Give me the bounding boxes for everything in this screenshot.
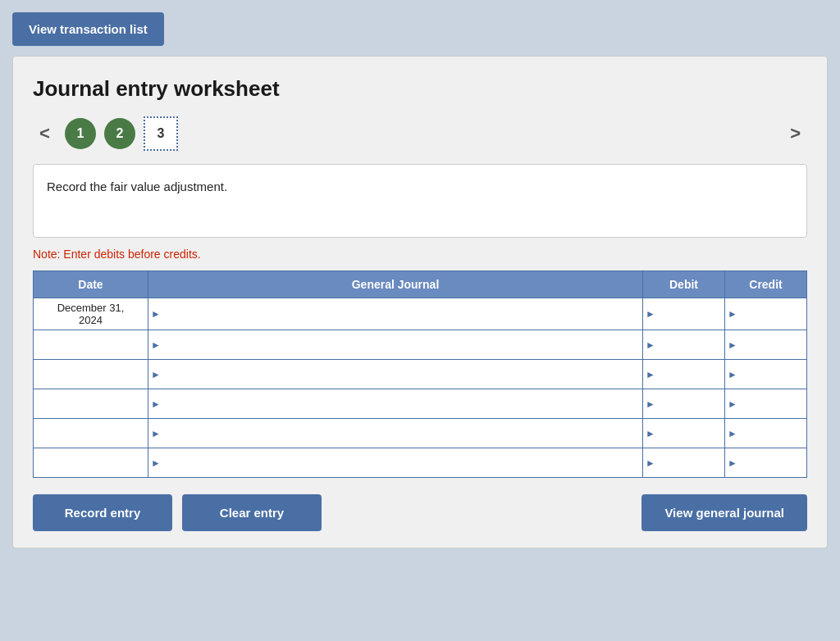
table-row: ► ► ► bbox=[34, 419, 807, 448]
header-credit: Credit bbox=[725, 271, 807, 298]
cell-arrow-icon: ► bbox=[646, 398, 655, 410]
journal-cell-4[interactable]: ► bbox=[148, 389, 643, 419]
nav-next-button[interactable]: > bbox=[783, 120, 807, 148]
date-cell-2 bbox=[34, 330, 148, 360]
cell-arrow-icon: ► bbox=[646, 457, 655, 469]
journal-table: Date General Journal Debit Credit Decemb… bbox=[33, 270, 807, 478]
cell-arrow-icon: ► bbox=[728, 398, 737, 410]
top-bar: View transaction list bbox=[12, 12, 828, 46]
view-general-journal-button[interactable]: View general journal bbox=[641, 494, 807, 531]
header-date: Date bbox=[34, 271, 148, 298]
instruction-box: Record the fair value adjustment. bbox=[33, 164, 807, 238]
table-row: ► ► ► bbox=[34, 330, 807, 360]
credit-cell-4[interactable]: ► bbox=[725, 389, 807, 419]
header-general-journal: General Journal bbox=[148, 271, 643, 298]
step-3-button[interactable]: 3 bbox=[144, 116, 178, 151]
date-cell-4 bbox=[34, 389, 148, 419]
step-2-button[interactable]: 2 bbox=[104, 118, 135, 149]
view-transaction-button[interactable]: View transaction list bbox=[12, 12, 164, 46]
cell-arrow-icon: ► bbox=[728, 339, 737, 351]
debit-cell-6[interactable]: ► bbox=[643, 448, 725, 478]
worksheet-title: Journal entry worksheet bbox=[33, 76, 807, 102]
credit-cell-6[interactable]: ► bbox=[725, 448, 807, 478]
credit-cell-2[interactable]: ► bbox=[725, 330, 807, 360]
instruction-text: Record the fair value adjustment. bbox=[47, 180, 793, 193]
date-cell-5 bbox=[34, 419, 148, 448]
cell-arrow-icon: ► bbox=[728, 369, 737, 380]
credit-cell-5[interactable]: ► bbox=[725, 419, 807, 448]
cell-arrow-icon: ► bbox=[151, 457, 161, 469]
table-row: ► ► ► bbox=[34, 360, 807, 389]
cell-arrow-icon: ► bbox=[151, 339, 161, 351]
journal-cell-5[interactable]: ► bbox=[148, 419, 643, 448]
date-cell-6 bbox=[34, 448, 148, 478]
cell-arrow-icon: ► bbox=[646, 428, 655, 439]
cell-arrow-icon: ► bbox=[728, 428, 737, 439]
table-row: ► ► ► bbox=[34, 448, 807, 478]
clear-entry-button[interactable]: Clear entry bbox=[182, 494, 322, 531]
debit-cell-4[interactable]: ► bbox=[643, 389, 725, 419]
step-1-button[interactable]: 1 bbox=[65, 118, 96, 149]
button-row: Record entry Clear entry View general jo… bbox=[33, 494, 807, 531]
note-text: Note: Enter debits before credits. bbox=[33, 248, 807, 261]
cell-arrow-icon: ► bbox=[151, 398, 161, 410]
nav-prev-button[interactable]: < bbox=[33, 120, 57, 148]
credit-cell-1[interactable]: ► bbox=[725, 298, 807, 330]
step-navigation: < 1 2 3 > bbox=[33, 116, 807, 151]
date-cell-1: December 31,2024 bbox=[34, 298, 148, 330]
record-entry-button[interactable]: Record entry bbox=[33, 494, 172, 531]
debit-cell-2[interactable]: ► bbox=[643, 330, 725, 360]
header-debit: Debit bbox=[643, 271, 725, 298]
journal-cell-2[interactable]: ► bbox=[148, 330, 643, 360]
main-container: Journal entry worksheet < 1 2 3 > Record… bbox=[12, 56, 828, 548]
date-cell-3 bbox=[34, 360, 148, 389]
journal-cell-6[interactable]: ► bbox=[148, 448, 643, 478]
debit-cell-1[interactable]: ► bbox=[643, 298, 725, 330]
debit-cell-5[interactable]: ► bbox=[643, 419, 725, 448]
cell-arrow-icon: ► bbox=[646, 308, 655, 320]
cell-arrow-icon: ► bbox=[151, 428, 161, 439]
cell-arrow-icon: ► bbox=[646, 339, 655, 351]
cell-arrow-icon: ► bbox=[728, 457, 737, 469]
journal-cell-3[interactable]: ► bbox=[148, 360, 643, 389]
cell-arrow-icon: ► bbox=[151, 308, 161, 320]
table-row: December 31,2024 ► ► ► bbox=[34, 298, 807, 330]
debit-cell-3[interactable]: ► bbox=[643, 360, 725, 389]
cell-arrow-icon: ► bbox=[646, 369, 655, 380]
cell-arrow-icon: ► bbox=[151, 369, 161, 380]
journal-cell-1[interactable]: ► bbox=[148, 298, 643, 330]
table-header-row: Date General Journal Debit Credit bbox=[34, 271, 807, 298]
cell-arrow-icon: ► bbox=[728, 308, 737, 320]
table-row: ► ► ► bbox=[34, 389, 807, 419]
credit-cell-3[interactable]: ► bbox=[725, 360, 807, 389]
